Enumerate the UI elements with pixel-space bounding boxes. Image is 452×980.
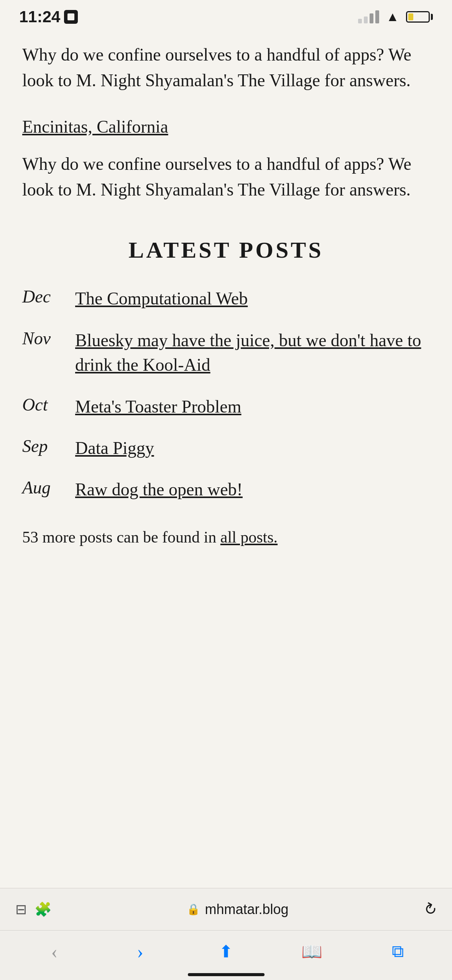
article-link[interactable]: Encinitas, California [22,114,430,140]
post-title-nov[interactable]: Bluesky may have the juice, but we don't… [75,328,430,378]
signal-bar-1 [358,19,362,23]
notification-icon [64,10,78,24]
share-icon: ⬆ [219,942,233,962]
url-text: mhmatar.blog [205,901,288,918]
browser-bar-left: ⊟ 🧩 [15,901,52,918]
post-month-aug: Aug [22,477,64,498]
battery-tip [431,14,433,20]
post-title-aug[interactable]: Raw dog the open web! [75,477,243,502]
post-list: Dec The Computational Web Nov Bluesky ma… [22,286,430,502]
status-time: 11:24 [19,8,78,26]
article-desc: Why do we confine ourselves to a handful… [22,151,430,202]
tabs-button[interactable]: ⧉ [380,938,415,965]
post-month-sep: Sep [22,436,64,456]
wifi-icon: ▲ [386,10,399,24]
list-item: Aug Raw dog the open web! [22,477,430,502]
list-item: Dec The Computational Web [22,286,430,311]
reader-icon[interactable]: ⊟ [15,901,27,918]
post-title-sep[interactable]: Data Piggy [75,436,154,460]
post-title-oct[interactable]: Meta's Toaster Problem [75,395,241,419]
browser-url-area[interactable]: 🔒 mhmatar.blog [59,901,416,918]
back-button[interactable]: ‹ [37,938,72,965]
battery-fill [408,13,413,20]
intro-text-1: Why do we confine ourselves to a handful… [22,42,430,93]
battery-icon [406,11,433,23]
chevron-right-icon: › [137,941,143,963]
signal-bar-3 [370,13,373,23]
signal-bar-4 [375,10,379,23]
all-posts-link[interactable]: all posts. [220,528,278,546]
post-title-dec[interactable]: The Computational Web [75,286,248,311]
latest-posts-section: LATEST POSTS Dec The Computational Web N… [22,237,430,549]
status-right-icons: ▲ [358,10,433,24]
book-icon: 📖 [301,942,322,962]
bookmarks-button[interactable]: 📖 [294,938,329,965]
more-posts-prefix: 53 more posts can be found in [22,528,220,546]
share-button[interactable]: ⬆ [209,938,243,965]
chevron-left-icon: ‹ [51,941,58,963]
post-month-nov: Nov [22,328,64,349]
list-item: Sep Data Piggy [22,436,430,460]
status-bar: 11:24 ▲ [0,0,452,31]
tabs-icon: ⧉ [392,942,404,961]
latest-posts-heading: LATEST POSTS [22,237,430,263]
lock-icon: 🔒 [187,903,200,916]
signal-icon [358,10,379,23]
post-month-oct: Oct [22,395,64,415]
forward-button[interactable]: › [123,938,158,965]
list-item: Oct Meta's Toaster Problem [22,395,430,419]
bottom-nav: ‹ › ⬆ 📖 ⧉ [0,930,452,980]
battery-body [406,11,430,23]
refresh-icon[interactable]: ↻ [420,898,440,921]
browser-bar: ⊟ 🧩 🔒 mhmatar.blog ↻ [0,888,452,930]
list-item: Nov Bluesky may have the juice, but we d… [22,328,430,378]
signal-bar-2 [364,16,368,23]
main-content: Why do we confine ourselves to a handful… [0,31,452,569]
extension-icon[interactable]: 🧩 [35,901,52,918]
post-month-dec: Dec [22,286,64,307]
more-posts-text: 53 more posts can be found in all posts. [22,525,430,549]
time-display: 11:24 [19,8,60,26]
home-indicator [188,973,265,976]
